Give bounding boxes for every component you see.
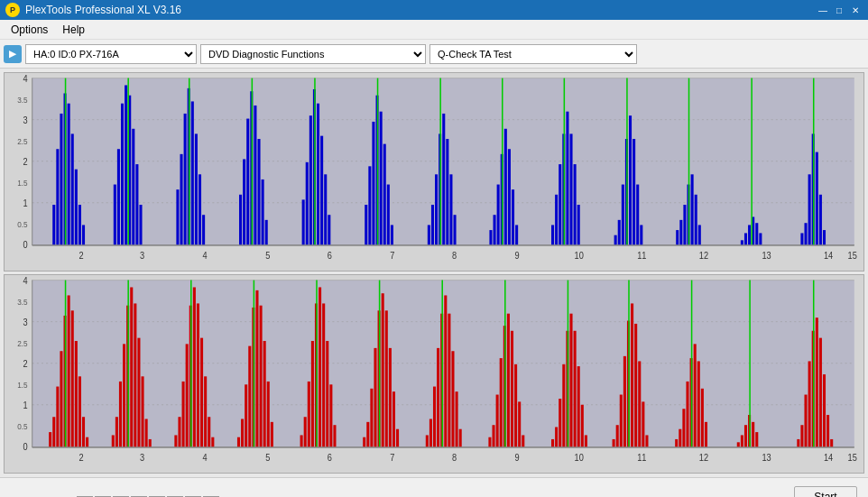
svg-text:14: 14 [824, 250, 834, 260]
svg-rect-314 [826, 415, 829, 447]
svg-text:13: 13 [762, 250, 771, 260]
svg-rect-137 [804, 223, 807, 245]
svg-rect-122 [679, 220, 682, 245]
svg-rect-294 [694, 344, 697, 447]
svg-text:6: 6 [328, 452, 332, 462]
svg-rect-265 [522, 435, 524, 446]
svg-rect-126 [695, 195, 697, 245]
svg-rect-313 [823, 374, 826, 447]
svg-rect-100 [512, 189, 514, 245]
svg-rect-218 [260, 306, 263, 447]
svg-rect-40 [114, 185, 116, 245]
drive-dropdown[interactable]: HA:0 ID:0 PX-716A [25, 44, 197, 64]
svg-rect-291 [682, 409, 685, 447]
svg-rect-252 [451, 351, 454, 447]
svg-rect-103 [551, 225, 554, 244]
menu-options[interactable]: Options [4, 22, 55, 38]
minimize-button[interactable]: — [816, 4, 830, 16]
svg-rect-46 [135, 164, 138, 245]
svg-rect-239 [382, 293, 384, 447]
svg-rect-177 [52, 417, 55, 447]
svg-rect-234 [363, 437, 365, 447]
svg-rect-220 [267, 382, 270, 447]
drive-icon: ▶ [4, 45, 22, 63]
svg-rect-186 [86, 437, 88, 447]
svg-rect-141 [819, 195, 822, 245]
svg-text:9: 9 [515, 250, 520, 260]
svg-text:1: 1 [23, 198, 27, 208]
svg-text:4: 4 [23, 74, 28, 84]
svg-rect-190 [119, 382, 122, 447]
svg-rect-202 [182, 382, 185, 447]
svg-rect-116 [629, 115, 632, 245]
svg-rect-58 [239, 195, 242, 245]
svg-rect-257 [492, 425, 494, 447]
svg-rect-92 [453, 215, 456, 245]
svg-rect-207 [200, 338, 203, 447]
svg-rect-243 [396, 429, 399, 447]
svg-text:1.5: 1.5 [17, 380, 28, 389]
svg-text:11: 11 [637, 452, 646, 462]
svg-rect-117 [633, 139, 635, 245]
svg-rect-80 [380, 112, 383, 245]
function-dropdown[interactable]: DVD Diagnostic Functions [200, 44, 426, 64]
svg-rect-245 [426, 435, 429, 446]
svg-rect-231 [329, 384, 332, 447]
svg-rect-225 [308, 382, 310, 447]
bottom-chart-svg: 4 3 2 1 0 3.5 2.5 1.5 0.5 2 3 4 5 6 7 8 … [5, 275, 863, 473]
svg-text:5: 5 [265, 250, 270, 260]
menu-help[interactable]: Help [55, 22, 92, 38]
svg-text:3: 3 [140, 250, 144, 260]
svg-rect-242 [392, 391, 395, 447]
test-dropdown[interactable]: Q-Check TA Test [429, 44, 637, 64]
svg-text:4: 4 [23, 276, 28, 286]
svg-rect-230 [326, 341, 328, 447]
svg-rect-67 [302, 199, 305, 245]
drive-selector: ▶ HA:0 ID:0 PX-716A [4, 44, 197, 64]
start-button[interactable]: Start [794, 486, 857, 498]
svg-text:7: 7 [390, 250, 394, 260]
svg-rect-240 [385, 310, 388, 447]
svg-rect-68 [306, 162, 309, 245]
svg-rect-189 [115, 417, 118, 447]
close-button[interactable]: ✕ [848, 4, 863, 16]
svg-rect-76 [365, 205, 367, 245]
svg-rect-42 [121, 104, 124, 245]
svg-text:3.5: 3.5 [17, 297, 28, 306]
svg-rect-113 [618, 220, 621, 245]
svg-text:9: 9 [515, 452, 520, 462]
svg-rect-289 [675, 439, 678, 447]
svg-rect-90 [446, 139, 448, 245]
svg-text:2: 2 [78, 452, 83, 462]
svg-rect-297 [705, 422, 707, 447]
svg-rect-251 [448, 314, 450, 447]
svg-rect-112 [614, 235, 617, 245]
svg-rect-119 [640, 225, 642, 244]
svg-rect-32 [60, 114, 62, 245]
svg-rect-292 [686, 382, 688, 447]
svg-rect-140 [816, 152, 818, 245]
svg-rect-181 [68, 295, 70, 446]
svg-text:12: 12 [699, 452, 708, 462]
svg-rect-81 [383, 144, 386, 245]
svg-rect-254 [459, 429, 462, 447]
svg-rect-107 [566, 112, 568, 245]
svg-text:12: 12 [699, 250, 708, 260]
svg-rect-60 [246, 119, 249, 245]
svg-rect-41 [117, 149, 120, 245]
svg-rect-232 [333, 425, 336, 447]
svg-rect-129 [741, 240, 743, 245]
svg-rect-223 [300, 435, 303, 446]
title-bar: P PlexTools Professional XL V3.16 — □ ✕ [0, 0, 868, 20]
svg-rect-221 [271, 422, 273, 447]
svg-rect-131 [748, 225, 751, 244]
svg-rect-246 [429, 419, 432, 446]
svg-rect-262 [511, 331, 513, 447]
svg-rect-261 [507, 314, 510, 447]
maximize-button[interactable]: □ [832, 4, 846, 16]
svg-text:2.5: 2.5 [17, 338, 28, 347]
svg-rect-259 [500, 358, 503, 447]
svg-rect-281 [623, 356, 626, 447]
svg-text:11: 11 [637, 250, 646, 260]
svg-rect-285 [638, 361, 641, 446]
